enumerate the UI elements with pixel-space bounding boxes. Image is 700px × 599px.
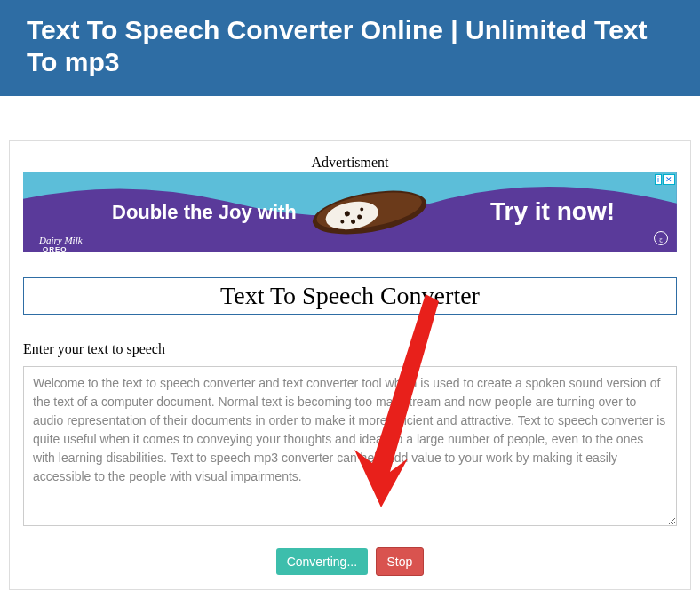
page-header: Text To Speech Converter Online | Unlimi… xyxy=(0,0,700,96)
main-container: Advertisment Dairy Milk OREO Double the … xyxy=(9,140,691,590)
ad-info-icon[interactable]: i xyxy=(655,174,662,185)
ad-close-icon[interactable]: ✕ xyxy=(663,174,675,185)
ad-banner[interactable]: Dairy Milk OREO Double the Joy with Try … xyxy=(23,172,677,252)
page-title: Text To Speech Converter Online | Unlimi… xyxy=(27,14,673,78)
textarea-label: Enter your text to speech xyxy=(23,341,677,357)
section-title: Text To Speech Converter xyxy=(33,282,667,310)
ad-label: Advertisment xyxy=(23,155,677,171)
button-row: Converting... Stop xyxy=(23,547,677,576)
convert-button[interactable]: Converting... xyxy=(276,548,368,575)
ad-brand-sub: OREO xyxy=(43,245,68,252)
ad-text-right: Try it now! xyxy=(490,197,615,226)
ad-text-left: Double the Joy with xyxy=(112,201,297,224)
section-title-box: Text To Speech Converter xyxy=(23,277,677,315)
stop-button[interactable]: Stop xyxy=(376,547,425,576)
ad-halal-icon: ح xyxy=(654,231,668,245)
ad-brand-logo: Dairy Milk xyxy=(39,235,83,245)
ad-close-badge[interactable]: i ✕ xyxy=(655,174,675,185)
text-input[interactable] xyxy=(23,366,677,526)
